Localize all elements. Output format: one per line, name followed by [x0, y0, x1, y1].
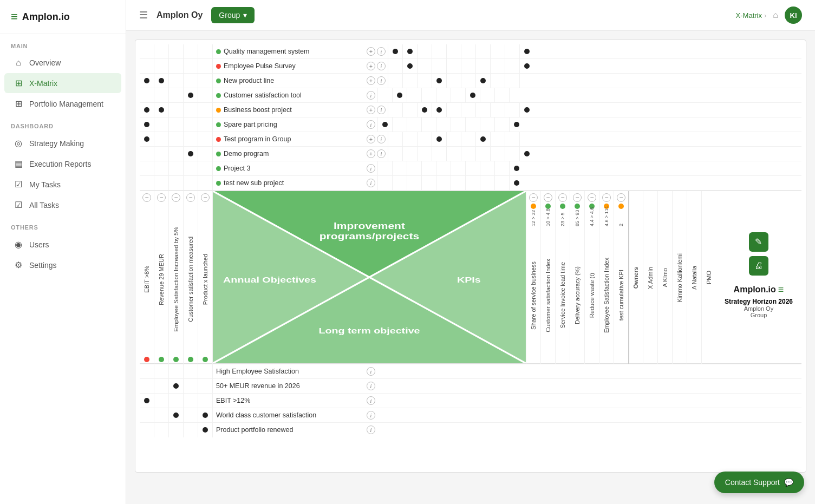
contact-support-button[interactable]: Contact Support 💬	[714, 472, 804, 493]
annual-minus-btn[interactable]: −	[157, 193, 166, 202]
home-icon: ⌂	[13, 58, 24, 68]
lto-left-dots	[140, 364, 213, 379]
lto-row: World class customer satisfactioni	[140, 408, 801, 422]
kpi-value: 10 > 4.8	[545, 210, 551, 226]
sidebar-item-alltasks[interactable]: ☑ All Tasks	[4, 195, 121, 215]
project-name: Project 3	[213, 165, 364, 172]
menu-button[interactable]: ☰	[139, 9, 148, 21]
settings-icon: ⚙	[13, 260, 24, 270]
kpi-value: 4.6 > 111	[604, 210, 609, 226]
info-button[interactable]: i	[377, 135, 386, 143]
edit-button[interactable]: ✎	[749, 232, 768, 252]
kpi-value: 12 > 32	[531, 210, 536, 226]
info-button[interactable]: i	[377, 76, 386, 85]
sidebar-item-portfolio[interactable]: ⊞ Portfolio Management	[4, 94, 121, 114]
sidebar-item-label: My Tasks	[29, 180, 61, 189]
info-button[interactable]: i	[377, 62, 386, 70]
sidebar-item-execution[interactable]: ▤ Execution Reports	[4, 154, 121, 174]
owner-label: A Natalia	[691, 266, 697, 290]
lto-left-dots	[140, 379, 213, 394]
project-name: Spare part pricing	[213, 121, 364, 128]
info-button[interactable]: i	[367, 91, 375, 100]
info-button[interactable]: i	[377, 106, 386, 114]
annual-minus-btn[interactable]: −	[142, 193, 151, 202]
logobox-title: Strategy Horizon 2026	[725, 298, 793, 305]
lto-name: 50+ MEUR revenue in 2026	[213, 382, 364, 390]
left-dot-group	[140, 132, 213, 147]
annual-minus-btn[interactable]: −	[201, 193, 210, 202]
lto-info-button[interactable]: i	[367, 426, 375, 434]
sidebar-item-mytasks[interactable]: ☑ My Tasks	[4, 174, 121, 194]
project-row: Customer satisfaction tooli	[140, 88, 801, 103]
svg-text:KPIs: KPIs	[457, 275, 481, 284]
kpi-label: test cumulative KPI	[618, 270, 624, 320]
annual-obj-col: −EBIT >8%	[140, 191, 154, 364]
lto-info-button[interactable]: i	[367, 396, 375, 405]
project-name: Business boost project	[213, 106, 364, 114]
kpi-col: −85 > 93Delivery accuracy (%)	[570, 191, 584, 364]
annual-minus-btn[interactable]: −	[186, 193, 195, 202]
annual-minus-btn[interactable]: −	[172, 193, 180, 202]
right-dot-group	[388, 147, 534, 161]
kpi-minus-btn[interactable]: −	[588, 193, 596, 202]
kpi-status-dot	[560, 204, 565, 209]
lto-info-button[interactable]: i	[367, 411, 375, 420]
svg-text:Annual Objectives: Annual Objectives	[223, 275, 316, 284]
kpi-minus-btn[interactable]: −	[602, 193, 611, 202]
logo-icon: ≡	[11, 10, 18, 24]
print-button[interactable]: 🖨	[749, 256, 768, 276]
group-button[interactable]: Group ▾	[211, 7, 255, 23]
xmatrix-svg: Improvement programs/projects Annual Obj…	[213, 191, 526, 363]
project-actions: i	[364, 179, 377, 187]
right-dot-group	[388, 59, 534, 74]
user-avatar[interactable]: KI	[785, 6, 802, 24]
main-content: Quality management system+iEmployee Puls…	[126, 31, 815, 504]
add-button[interactable]: +	[367, 106, 375, 114]
sidebar-item-strategy[interactable]: ◎ Strategy Making	[4, 133, 121, 153]
left-dot-group	[140, 44, 213, 59]
info-button[interactable]: i	[367, 120, 375, 129]
owners-section: OwnersX AdminA KImoKimmo KallionlemiA Na…	[628, 191, 716, 363]
annual-obj-label: Employee Satisfaction Increased by 5%	[173, 227, 179, 332]
sidebar-item-overview[interactable]: ⌂ Overview	[4, 53, 121, 73]
add-button[interactable]: +	[367, 47, 375, 56]
sidebar-item-settings[interactable]: ⚙ Settings	[4, 255, 121, 275]
owner-col: A KImo	[657, 191, 672, 364]
chevron-down-icon: ▾	[243, 11, 247, 19]
project-row: Spare part pricingi	[140, 117, 801, 132]
annual-obj-status-dot	[144, 357, 149, 362]
info-button[interactable]: i	[367, 164, 375, 173]
kpi-minus-btn[interactable]: −	[544, 193, 552, 202]
kpi-minus-btn[interactable]: −	[617, 193, 625, 202]
lto-info-button[interactable]: i	[367, 367, 375, 376]
kpi-minus-btn[interactable]: −	[573, 193, 582, 202]
info-button[interactable]: i	[377, 149, 386, 158]
kpi-minus-btn[interactable]: −	[529, 193, 538, 202]
info-button[interactable]: i	[367, 179, 375, 187]
lto-row: 50+ MEUR revenue in 2026i	[140, 378, 801, 393]
owner-col: Kimmo Kallionlemi	[672, 191, 687, 364]
lto-left-dots	[140, 408, 213, 423]
svg-text:Long term objective: Long term objective	[318, 326, 420, 336]
home-breadcrumb-icon[interactable]: ⌂	[773, 10, 778, 20]
left-dot-group	[140, 74, 213, 88]
execution-icon: ▤	[13, 159, 24, 169]
lto-row: Product portfolio renewedi	[140, 422, 801, 437]
annual-obj-label: Customer satisfaction measured	[187, 237, 194, 322]
add-button[interactable]: +	[367, 135, 375, 143]
sidebar-item-xmatrix[interactable]: ⊞ X-Matrix	[4, 73, 121, 93]
kpi-value: 23 > 5	[560, 210, 565, 226]
add-button[interactable]: +	[367, 149, 375, 158]
lto-left-dots	[140, 394, 213, 408]
add-button[interactable]: +	[367, 76, 375, 85]
chat-icon: 💬	[784, 478, 793, 487]
kpi-minus-btn[interactable]: −	[558, 193, 567, 202]
info-button[interactable]: i	[377, 47, 386, 56]
lto-name: EBIT >12%	[213, 397, 364, 404]
add-button[interactable]: +	[367, 62, 375, 70]
sidebar-item-label: Users	[29, 240, 49, 249]
lto-name: World class customer satisfaction	[213, 411, 364, 419]
lto-info-button[interactable]: i	[367, 382, 375, 390]
project-row: Quality management system+i	[140, 44, 801, 59]
sidebar-item-users[interactable]: ◉ Users	[4, 234, 121, 254]
